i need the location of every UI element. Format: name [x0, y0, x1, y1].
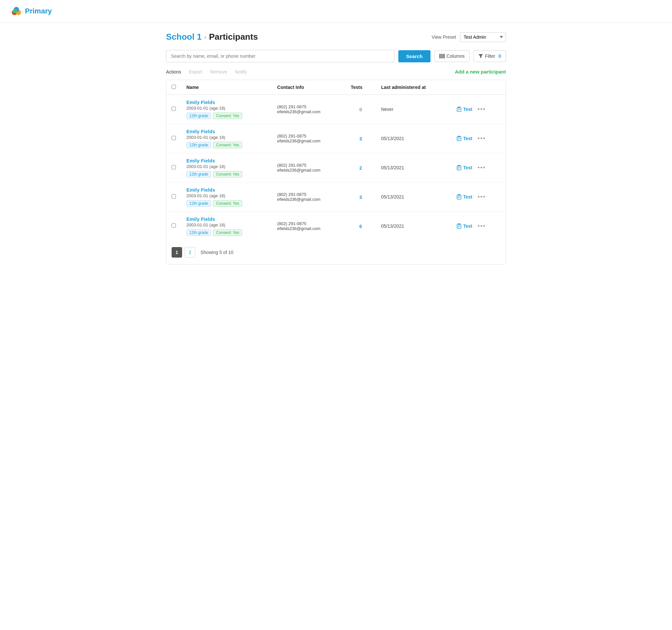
svg-rect-13	[458, 136, 460, 137]
page-1-button[interactable]: 1	[172, 247, 182, 258]
test-link[interactable]: Test	[457, 194, 473, 199]
participant-dob: 2003-01-01 (age 18)	[186, 106, 267, 111]
row-action-cell: Test •••	[452, 124, 506, 153]
test-link[interactable]: Test	[457, 223, 473, 229]
svg-rect-9	[458, 107, 460, 108]
participant-name[interactable]: Emily Fields	[186, 129, 267, 134]
contact-email: efields236@gmail.com	[277, 139, 340, 143]
row-tests-cell: 6	[345, 212, 376, 241]
row-actions: Test •••	[457, 164, 500, 171]
test-link[interactable]: Test	[457, 107, 473, 112]
participant-name[interactable]: Emily Fields	[186, 216, 267, 222]
participant-badges: 12th grade Consent: Yes	[186, 113, 267, 119]
participant-name[interactable]: Emily Fields	[186, 158, 267, 163]
row-checkbox-cell	[166, 212, 181, 241]
contact-email: efields236@gmail.com	[277, 168, 340, 173]
page-2-button[interactable]: 2	[185, 247, 195, 258]
header-tests: Tests	[345, 80, 376, 95]
filter-button[interactable]: Filter 0	[474, 50, 506, 62]
row-last-admin-cell: 05/13/2021	[376, 212, 451, 241]
actions-left: Actions Export Remove Notify	[166, 69, 247, 74]
breadcrumb: School 1 › Participants	[166, 32, 258, 42]
logo-icon	[10, 5, 22, 17]
tests-count[interactable]: 6	[359, 223, 362, 229]
more-options-button[interactable]: •••	[478, 106, 486, 113]
svg-rect-17	[458, 165, 460, 166]
row-name-cell: Emily Fields 2003-01-01 (age 18) 12th gr…	[181, 212, 272, 241]
preset-select[interactable]: Test Admin Admin Teacher	[460, 32, 506, 42]
row-action-cell: Test •••	[452, 212, 506, 241]
notify-action[interactable]: Notify	[235, 69, 247, 74]
row-actions: Test •••	[457, 135, 500, 142]
svg-rect-7	[443, 54, 445, 58]
more-options-button[interactable]: •••	[478, 164, 486, 171]
row-contact-cell: (802) 291-0875 efields236@gmail.com	[272, 95, 345, 124]
test-link[interactable]: Test	[457, 165, 473, 170]
row-checkbox[interactable]	[172, 165, 176, 169]
svg-rect-5	[439, 54, 441, 58]
row-last-admin-cell: 05/13/2021	[376, 153, 451, 183]
consent-badge: Consent: Yes	[213, 200, 242, 207]
tests-count[interactable]: 2	[359, 165, 362, 171]
clipboard-icon	[457, 136, 461, 141]
row-checkbox-cell	[166, 124, 181, 153]
search-input[interactable]	[166, 50, 394, 62]
app-header: Primary	[0, 0, 672, 23]
export-action[interactable]: Export	[189, 69, 202, 74]
table-row: Emily Fields 2003-01-01 (age 18) 12th gr…	[166, 95, 506, 124]
participant-name[interactable]: Emily Fields	[186, 99, 267, 105]
test-link[interactable]: Test	[457, 136, 473, 141]
table-row: Emily Fields 2003-01-01 (age 18) 12th gr…	[166, 124, 506, 153]
participant-dob: 2003-01-01 (age 18)	[186, 164, 267, 169]
row-tests-cell: 2	[345, 153, 376, 183]
last-admin-value: 05/13/2021	[381, 165, 404, 170]
row-checkbox-cell	[166, 153, 181, 183]
row-name-cell: Emily Fields 2003-01-01 (age 18) 12th gr…	[181, 183, 272, 212]
participant-name[interactable]: Emily Fields	[186, 187, 267, 193]
table-header-row: Name Contact Info Tests Last administere…	[166, 80, 506, 95]
more-options-button[interactable]: •••	[478, 135, 486, 142]
header-name: Name	[181, 80, 272, 95]
row-checkbox[interactable]	[172, 223, 176, 228]
contact-phone: (802) 291-0875	[277, 134, 340, 139]
add-participant-button[interactable]: Add a new participant	[455, 69, 506, 74]
participant-badges: 12th grade Consent: Yes	[186, 171, 267, 177]
search-button[interactable]: Search	[398, 50, 431, 62]
actions-label[interactable]: Actions	[166, 69, 181, 74]
svg-rect-25	[458, 223, 460, 225]
grade-badge: 12th grade	[186, 200, 211, 207]
header-last-admin: Last administered at	[376, 80, 451, 95]
row-last-admin-cell: 05/13/2021	[376, 124, 451, 153]
remove-action[interactable]: Remove	[210, 69, 227, 74]
breadcrumb-school[interactable]: School 1	[166, 32, 201, 42]
participants-table: Name Contact Info Tests Last administere…	[166, 80, 506, 264]
row-tests-cell: 3	[345, 124, 376, 153]
logo-text: Primary	[25, 7, 52, 16]
tests-count[interactable]: 3	[359, 194, 362, 200]
actions-row: Actions Export Remove Notify Add a new p…	[166, 69, 506, 74]
columns-button[interactable]: Columns	[434, 50, 470, 62]
contact-email: efields236@gmail.com	[277, 109, 340, 114]
participant-dob: 2003-01-01 (age 18)	[186, 135, 267, 140]
tests-count[interactable]: 0	[359, 107, 362, 112]
consent-badge: Consent: Yes	[213, 171, 242, 177]
pagination-info: Showing 5 of 10	[200, 250, 233, 255]
last-admin-value: Never	[381, 107, 393, 112]
more-options-button[interactable]: •••	[478, 223, 486, 230]
select-all-checkbox[interactable]	[172, 84, 176, 89]
row-name-cell: Emily Fields 2003-01-01 (age 18) 12th gr…	[181, 153, 272, 183]
more-options-button[interactable]: •••	[478, 194, 486, 200]
row-checkbox[interactable]	[172, 107, 176, 111]
last-admin-value: 05/13/2021	[381, 223, 404, 229]
row-checkbox[interactable]	[172, 136, 176, 140]
row-tests-cell: 0	[345, 95, 376, 124]
row-name-cell: Emily Fields 2003-01-01 (age 18) 12th gr…	[181, 124, 272, 153]
tests-count[interactable]: 3	[359, 136, 362, 141]
columns-label: Columns	[447, 53, 465, 59]
svg-rect-6	[441, 54, 442, 58]
table-row: Emily Fields 2003-01-01 (age 18) 12th gr…	[166, 183, 506, 212]
row-checkbox[interactable]	[172, 194, 176, 198]
contact-phone: (802) 291-0875	[277, 163, 340, 168]
preset-row: View Preset Test Admin Admin Teacher	[432, 32, 506, 42]
filter-icon	[478, 54, 483, 58]
